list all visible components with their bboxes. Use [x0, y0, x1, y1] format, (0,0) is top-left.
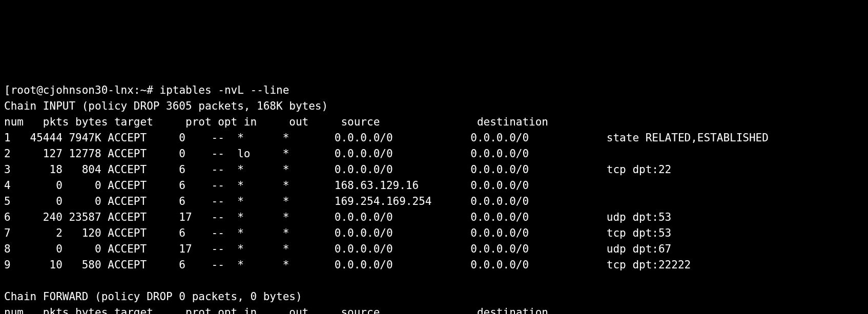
- terminal[interactable]: [root@cjohnson30-lnx:~# iptables -nvL --…: [0, 79, 868, 314]
- command-output: Chain INPUT (policy DROP 3605 packets, 1…: [4, 100, 769, 314]
- prompt-line-1: [root@cjohnson30-lnx:~# iptables -nvL --…: [4, 84, 289, 96]
- command-text: iptables -nvL --line: [159, 84, 289, 96]
